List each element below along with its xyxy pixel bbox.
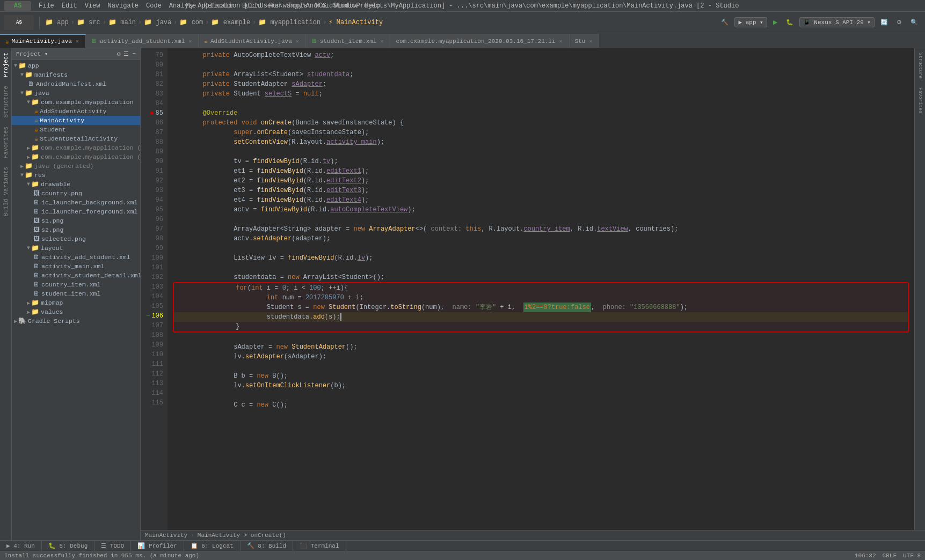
status-bar: Install successfully finished in 955 ms.…	[0, 551, 925, 560]
code-line-103: for(int i = 0; i < 100; ++i){	[174, 283, 908, 293]
tree-studentdetailactivity[interactable]: ☕ StudentDetailActivity	[12, 134, 140, 143]
menu-build[interactable]: Build	[242, 2, 261, 10]
tree-drawable[interactable]: ▼ 📁 drawable	[12, 180, 140, 189]
tree-layout-student-item[interactable]: 🗎 student_item.xml	[12, 289, 140, 298]
close-tab-1[interactable]: ✕	[187, 38, 193, 45]
tree-student[interactable]: ☕ Student	[12, 125, 140, 134]
close-tab-5[interactable]: ✕	[588, 38, 593, 45]
close-tab-0[interactable]: ✕	[75, 38, 80, 45]
hammer-button[interactable]: 🔨	[718, 18, 731, 27]
menu-navigate[interactable]: Navigate	[107, 2, 139, 10]
bc-mainactivity[interactable]: ⚡ MainActivity	[329, 18, 383, 26]
tab-log-file[interactable]: com.example.myapplication_2020.03.16_17.…	[390, 34, 569, 48]
profiler-tab[interactable]: 📊 Profiler	[131, 541, 184, 551]
close-tab-3[interactable]: ✕	[379, 38, 384, 45]
menu-analyze[interactable]: Analyze	[169, 2, 196, 10]
logcat-tab[interactable]: 📋 6: Logcat	[184, 541, 241, 551]
bc-com[interactable]: 📁 com	[179, 18, 203, 26]
code-line-111	[172, 362, 910, 371]
close-tab-2[interactable]: ✕	[295, 38, 300, 45]
breadcrumb-mainactivity[interactable]: MainActivity	[145, 532, 187, 539]
menu-run[interactable]: Run	[269, 2, 281, 10]
bc-app[interactable]: 📁 app	[45, 18, 69, 26]
project-header: Project ▾ ⚙ ☰ −	[12, 48, 140, 60]
tree-java-folder[interactable]: ▼ 📁 java	[12, 89, 140, 98]
bc-main[interactable]: 📁 main	[108, 18, 136, 26]
menu-code[interactable]: Code	[146, 2, 162, 10]
code-line-110: lv.setAdapter(sAdapter);	[172, 352, 910, 362]
tree-androidtest[interactable]: ▶ 📁 com.example.myapplication (androidTe…	[12, 143, 140, 152]
tab-stu[interactable]: Stu ✕	[570, 34, 600, 48]
tree-app[interactable]: ▼ 📁 app	[12, 61, 140, 70]
tree-layout-country-item[interactable]: 🗎 country_item.xml	[12, 280, 140, 289]
build-tab[interactable]: 🔨 8: Build	[241, 541, 293, 551]
code-line-93: et3 = findViewByid(R.id.editText3);	[172, 186, 910, 195]
bc-java[interactable]: 📁 java	[144, 18, 171, 26]
structure-tab-left[interactable]: Structure	[1, 82, 11, 122]
tree-ic-launcher-fg[interactable]: 🗎 ic_launcher_foreground.xml (v24)	[12, 207, 140, 216]
tree-s2-png[interactable]: 🖼 s2.png	[12, 225, 140, 234]
tree-addstudentactivity[interactable]: ☕ AddStudentActivity	[12, 107, 140, 116]
close-tab-4[interactable]: ✕	[558, 38, 564, 45]
tree-country-png[interactable]: 🖼 country.png	[12, 189, 140, 198]
menu-edit[interactable]: Edit	[62, 2, 77, 10]
tree-manifests[interactable]: ▼ 📁 manifests	[12, 70, 140, 79]
search-button[interactable]: 🔍	[908, 18, 921, 27]
tree-java-generated[interactable]: ▶ 📁 java (generated)	[12, 161, 140, 171]
menu-vcs[interactable]: VCS	[315, 2, 327, 10]
status-encoding[interactable]: UTF-8	[903, 552, 921, 559]
menu-file[interactable]: File	[39, 2, 54, 10]
project-tab[interactable]: Project	[1, 48, 11, 82]
status-line-ending[interactable]: CRLF	[883, 552, 897, 559]
device-selector[interactable]: 📱 Nexus S API 29 ▾	[799, 17, 875, 27]
minus-icon[interactable]: −	[132, 50, 136, 57]
settings-button[interactable]: ⚙	[894, 18, 905, 27]
tree-com-example[interactable]: ▼ 📁 com.example.myapplication	[12, 98, 140, 107]
gear-icon[interactable]: ☰	[123, 50, 129, 57]
tree-mipmap[interactable]: ▶ 📁 mipmap	[12, 298, 140, 307]
run-tab[interactable]: ▶ 4: Run	[0, 541, 42, 551]
todo-tab[interactable]: ☰ TODO	[94, 541, 131, 551]
menu-window[interactable]: Window	[334, 2, 357, 10]
tree-selected-png[interactable]: 🖼 selected.png	[12, 234, 140, 244]
tab-addstudentactivity-java[interactable]: ☕ AddStudentActivity.java ✕	[199, 34, 305, 48]
menu-help[interactable]: Help	[365, 2, 380, 10]
bc-myapplication[interactable]: 📁 myapplication	[258, 18, 321, 26]
tab-label-0: MainActivity.java	[12, 38, 72, 45]
menu-tools[interactable]: Tools	[288, 2, 308, 10]
terminal-tab[interactable]: ⬛ Terminal	[293, 541, 346, 551]
tab-student-item-xml[interactable]: 🗎 student_item.xml ✕	[306, 34, 391, 48]
tab-label-4: com.example.myapplication_2020.03.16_17.…	[396, 38, 555, 45]
sync-icon[interactable]: ⚙	[117, 50, 121, 57]
debug-tab[interactable]: 🐛 5: Debug	[42, 541, 94, 551]
code-content[interactable]: private AutoCompleteTextView actv; priva…	[167, 48, 914, 530]
tree-androidmanifest[interactable]: 🗎 AndroidManifest.xml	[12, 79, 140, 89]
sync-button[interactable]: 🔄	[878, 18, 891, 27]
menu-view[interactable]: View	[85, 2, 100, 10]
tree-layout[interactable]: ▼ 📁 layout	[12, 244, 140, 253]
tree-layout-activity-main[interactable]: 🗎 activity_main.xml	[12, 262, 140, 271]
tab-mainactivity-java[interactable]: ☕ MainActivity.java ✕	[0, 34, 86, 48]
debug-button[interactable]: 🐛	[783, 18, 796, 27]
tree-layout-activity-add-student[interactable]: 🗎 activity_add_student.xml	[12, 253, 140, 262]
build-variants-tab[interactable]: Build Variants	[1, 163, 11, 220]
tree-res[interactable]: ▼ 📁 res	[12, 171, 140, 180]
tree-s1-png[interactable]: 🖼 s1.png	[12, 216, 140, 225]
tree-mainactivity[interactable]: ☕ MainActivity	[12, 116, 140, 125]
tree-ic-launcher-bg[interactable]: 🗎 ic_launcher_background.xml	[12, 198, 140, 207]
run-button[interactable]: ▶	[770, 18, 780, 27]
bc-src[interactable]: 📁 src	[77, 18, 100, 26]
bc-example[interactable]: 📁 example	[211, 18, 250, 26]
tree-values[interactable]: ▶ 📁 values	[12, 307, 140, 316]
tree-layout-activity-student-detail[interactable]: 🗎 activity_student_detail.xml	[12, 271, 140, 280]
run-config-selector[interactable]: ▶ app ▾	[734, 17, 767, 27]
favorites-label[interactable]: Favorites	[916, 85, 924, 116]
breadcrumb-oncreate[interactable]: MainActivity > onCreate()	[198, 532, 286, 539]
favorites-tab[interactable]: Favorites	[1, 122, 11, 163]
status-position[interactable]: 106:32	[855, 552, 876, 559]
menu-refactor[interactable]: Refactor	[203, 2, 235, 10]
structure-label[interactable]: Structure	[916, 50, 924, 81]
tab-activity-add-student-xml[interactable]: 🗎 activity_add_student.xml ✕	[86, 34, 199, 48]
tree-gradle-scripts[interactable]: ▶ 🐘 Gradle Scripts	[12, 316, 140, 326]
tree-test[interactable]: ▶ 📁 com.example.myapplication (test)	[12, 152, 140, 161]
